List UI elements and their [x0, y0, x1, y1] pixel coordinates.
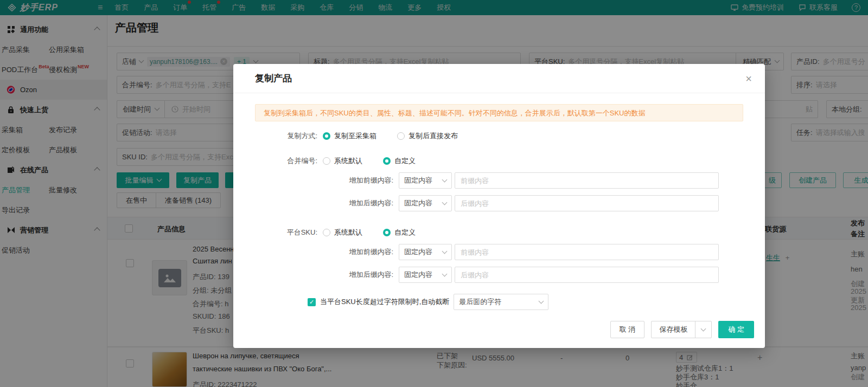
radio-selected-icon[interactable] — [323, 132, 330, 140]
merge-no-row: 合并编号: 系统默认 自定义 — [233, 156, 765, 166]
prefix-type-select[interactable]: 固定内容 — [399, 172, 452, 189]
truncate-label: 当平台SKU长度超过字符限制时,自动截断 — [320, 297, 449, 307]
save-template-button[interactable]: 保存模板 — [651, 321, 712, 338]
chevron-down-icon — [539, 298, 544, 304]
truncate-row: ✓ 当平台SKU长度超过字符限制时,自动截断 最后面的字符 — [308, 294, 765, 310]
suffix-type-select[interactable]: 固定内容 — [399, 195, 452, 211]
prefix-content-input[interactable] — [455, 172, 719, 189]
radio-selected-icon[interactable] — [383, 157, 391, 165]
checked-checkbox-icon[interactable]: ✓ — [308, 298, 316, 306]
merge-no-label: 合并编号: — [233, 156, 323, 166]
app-window: 妙手ERP ≡ 首页 产品 订单 托管 广告 数据 采购 仓库 分销 物流 更多… — [0, 0, 868, 387]
warning-banner: 复制到采集箱后，不同SKU的类目、属性、标题、描述可能不同。针对不同的信息，合并… — [255, 104, 743, 121]
radio-icon[interactable] — [323, 157, 330, 165]
radio-system-default[interactable]: 系统默认 — [323, 228, 362, 237]
platform-sku-row: 平台SKU: 系统默认 自定义 — [233, 228, 765, 237]
copy-mode-label: 复制方式: — [233, 131, 323, 141]
radio-icon[interactable] — [323, 229, 330, 236]
prefix-content-input[interactable] — [455, 244, 719, 260]
sku-prefix-row: 增加前缀内容: 固定内容 — [233, 244, 765, 260]
copy-mode-row: 复制方式: 复制至采集箱 复制后直接发布 — [233, 131, 765, 141]
modal-footer: 取 消 保存模板 确 定 — [610, 321, 754, 338]
chevron-down-icon — [701, 326, 706, 331]
platform-sku-label: 平台SKU: — [233, 228, 323, 237]
save-template-dropdown[interactable] — [695, 321, 711, 338]
merge-prefix-row: 增加前缀内容: 固定内容 — [233, 172, 765, 189]
prefix-label: 增加前缀内容: — [233, 176, 399, 185]
suffix-label: 增加后缀内容: — [233, 270, 399, 280]
modal-header: 复制产品 × — [233, 64, 765, 93]
radio-custom[interactable]: 自定义 — [383, 228, 416, 237]
suffix-label: 增加后缀内容: — [233, 198, 399, 208]
radio-publish-directly[interactable]: 复制后直接发布 — [397, 131, 458, 141]
truncate-mode-select[interactable]: 最后面的字符 — [454, 294, 548, 310]
radio-copy-to-collect-box[interactable]: 复制至采集箱 — [323, 131, 376, 141]
radio-icon[interactable] — [397, 132, 405, 140]
radio-selected-icon[interactable] — [383, 229, 391, 236]
chevron-down-icon — [442, 199, 448, 205]
confirm-button[interactable]: 确 定 — [718, 321, 754, 338]
chevron-down-icon — [442, 248, 448, 254]
merge-suffix-row: 增加后缀内容: 固定内容 — [233, 195, 765, 211]
chevron-down-icon — [442, 177, 448, 182]
close-icon[interactable]: × — [745, 73, 752, 84]
suffix-content-input[interactable] — [455, 195, 719, 211]
copy-product-modal: 复制产品 × 复制到采集箱后，不同SKU的类目、属性、标题、描述可能不同。针对不… — [233, 64, 765, 348]
chevron-down-icon — [442, 271, 448, 276]
radio-system-default[interactable]: 系统默认 — [323, 156, 362, 166]
suffix-content-input[interactable] — [455, 267, 719, 283]
modal-title: 复制产品 — [255, 72, 292, 85]
suffix-type-select[interactable]: 固定内容 — [399, 267, 452, 283]
radio-custom[interactable]: 自定义 — [383, 156, 416, 166]
cancel-button[interactable]: 取 消 — [610, 321, 645, 338]
prefix-label: 增加前缀内容: — [233, 247, 399, 257]
sku-suffix-row: 增加后缀内容: 固定内容 — [233, 267, 765, 283]
prefix-type-select[interactable]: 固定内容 — [399, 244, 452, 260]
